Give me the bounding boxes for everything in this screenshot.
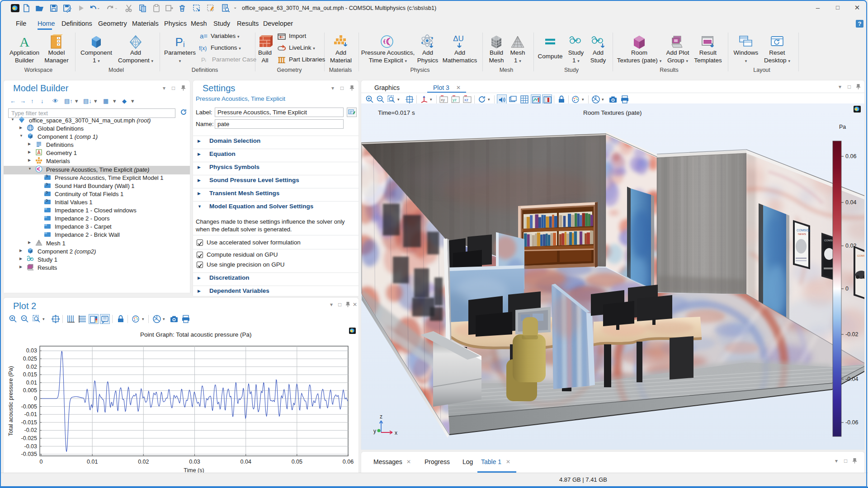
svg-text:NEWS: NEWS [798,233,806,235]
svg-text:0.01: 0.01 [26,380,37,386]
svg-text:ΔU: ΔU [453,34,464,43]
svg-text:-0.06: -0.06 [845,419,859,426]
svg-text:xz: xz [464,98,469,102]
svg-text:-0.015: -0.015 [21,419,37,426]
svg-text:Pi: Pi [201,56,206,63]
svg-text:COMSOL: COMSOL [797,229,810,232]
svg-text:-0.03: -0.03 [24,443,38,450]
svg-text:yz: yz [453,98,457,102]
svg-text:y: y [373,428,376,434]
svg-text:0.03: 0.03 [26,347,37,354]
svg-text:D: D [46,199,48,202]
svg-text:0.005: 0.005 [23,387,37,394]
svg-text:A: A [19,34,29,49]
svg-text:-0.025: -0.025 [21,435,37,441]
svg-text:D: D [46,191,48,194]
svg-text:D: D [46,174,48,178]
svg-text:0.015: 0.015 [23,371,37,378]
svg-text:0.06: 0.06 [343,459,354,465]
svg-text:Pi: Pi [175,35,185,49]
svg-text:-0.035: -0.035 [21,451,37,457]
svg-text:Time=0.017 s: Time=0.017 s [378,109,415,116]
svg-text:0.02: 0.02 [26,364,37,370]
svg-text:D: D [46,183,48,186]
svg-text:0.025: 0.025 [23,356,37,362]
svg-text:-0.02: -0.02 [845,331,859,338]
svg-text:0.06: 0.06 [845,153,856,160]
svg-text:Total acoustic pressure (Pa): Total acoustic pressure (Pa) [8,366,14,436]
svg-text:Room Textures (pate): Room Textures (pate) [583,109,642,116]
svg-text:-0.01: -0.01 [24,411,38,418]
svg-text:-0.04: -0.04 [845,376,859,382]
svg-text:0.01: 0.01 [87,459,98,465]
svg-text:0: 0 [40,459,43,465]
svg-text:0.03: 0.03 [189,459,200,465]
svg-text:-0.02: -0.02 [24,427,38,433]
svg-text:0.02: 0.02 [845,243,856,249]
svg-text:a=: a= [200,32,208,40]
svg-text:0.04: 0.04 [241,459,251,465]
svg-text:0.04: 0.04 [845,199,856,206]
svg-text:Time (s): Time (s) [184,467,204,473]
svg-text:0: 0 [34,395,37,402]
svg-text:-0.005: -0.005 [21,404,37,410]
svg-text:0.02: 0.02 [138,459,149,465]
svg-text:xy: xy [441,98,445,102]
svg-text:z: z [380,413,382,420]
svg-text:Pa: Pa [839,124,846,130]
svg-text:0: 0 [845,286,849,292]
svg-text:0.05: 0.05 [292,459,302,465]
svg-text:f(x): f(x) [199,45,207,52]
svg-text:x: x [395,430,397,436]
svg-text:COMSOL: COMSOL [857,254,864,257]
